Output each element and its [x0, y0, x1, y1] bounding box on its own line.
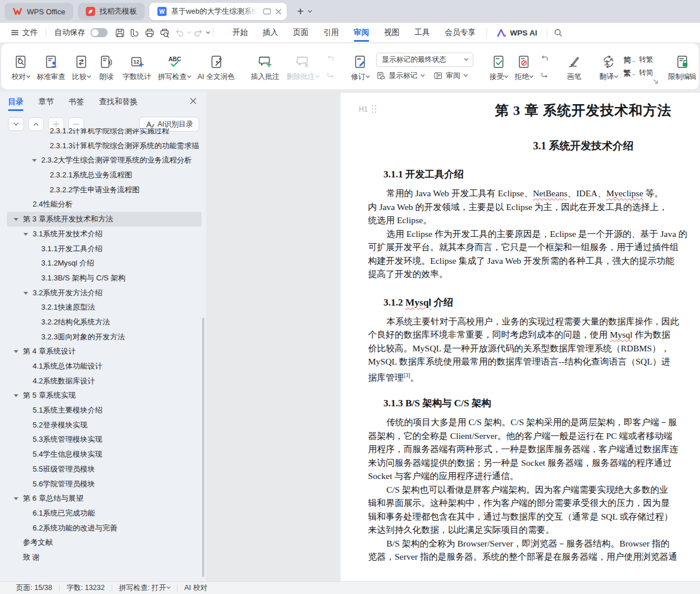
collapse-arrow-icon[interactable]	[14, 497, 18, 500]
toc-item[interactable]: 第 3 章系统开发技术和方法	[7, 212, 201, 227]
toc-item[interactable]: 5.2登录模块实现	[7, 418, 201, 433]
search-icon[interactable]	[551, 25, 565, 40]
ribbon-button-删除批注[interactable]: 删除批注	[283, 51, 322, 82]
ribbon-button-朗读[interactable]: 朗读	[94, 51, 119, 82]
menu-tab-插入[interactable]: 插入	[255, 23, 286, 42]
drag-handle-icon[interactable]	[371, 104, 377, 114]
collapse-arrow-icon[interactable]	[14, 394, 18, 397]
ribbon-button-显示标记[interactable]: 显示标记	[376, 71, 424, 81]
toc-item[interactable]: 3.1.1开发工具介绍	[7, 241, 201, 256]
spellcheck-status[interactable]: 拼写检查: 打开	[112, 583, 177, 593]
ribbon-button-校对[interactable]: 校对	[8, 51, 33, 82]
tab-list-chevron-icon[interactable]	[308, 8, 312, 12]
toc-item[interactable]: 2.4性能分析	[7, 197, 201, 212]
ribbon-button-AI 全文润色[interactable]: AI 全文润色	[194, 51, 238, 82]
close-tab-icon[interactable]	[275, 8, 282, 15]
redo-button[interactable]	[191, 25, 205, 40]
menu-tab-页面[interactable]: 页面	[286, 23, 316, 42]
wordcount-icon: 12	[129, 54, 144, 69]
toc-item[interactable]: 2.3.1.2计算机学院综合测评实施过程	[7, 128, 201, 138]
toc-item[interactable]: 2.3.2.1系统总业务流程图	[7, 168, 201, 183]
open-in-window-icon[interactable]	[263, 7, 271, 15]
menu-tab-开始[interactable]: 开始	[225, 23, 255, 42]
ribbon-button-比较[interactable]: 比较	[69, 51, 94, 82]
new-tab-button[interactable]: +	[297, 6, 304, 17]
document-page[interactable]: H1 第 3 章 系统开发技术和方法 3.1 系统开发技术介绍3.1.1 开发工…	[341, 93, 700, 581]
undo-button[interactable]	[172, 25, 187, 40]
ribbon-button-翻译[interactable]: 文A翻译	[596, 51, 621, 82]
toc-item[interactable]: 2.3.1.3计算机学院综合测评系统的功能需求描 ...	[7, 138, 201, 153]
sidebar-tab-目录[interactable]: 目录	[8, 92, 23, 112]
tab-current-document[interactable]: W 基于web的大学生综测系统设	[149, 3, 287, 20]
toc-item[interactable]: 4.2系统数据库设计	[7, 374, 201, 389]
ai-proofread-button[interactable]: AI 校对	[177, 583, 214, 593]
tab-wps-office[interactable]: WPS Office	[5, 3, 73, 20]
sidebar-tab-章节[interactable]: 章节	[38, 92, 54, 112]
toc-item[interactable]: 3.1.2Mysql 介绍	[7, 256, 201, 271]
collapse-arrow-icon[interactable]	[23, 292, 28, 295]
toc-item[interactable]: 5.1系统主要模块介绍	[7, 403, 201, 418]
toc-item[interactable]: 6.2系统功能的改进与完善	[7, 521, 201, 536]
menu-tab-引用[interactable]: 引用	[316, 23, 346, 42]
display-state-select[interactable]: 显示标记的最终状态	[376, 53, 473, 67]
toc-item[interactable]: 5.5班级管理员模块	[7, 462, 201, 477]
ribbon-button-插入批注[interactable]: 插入批注	[247, 51, 283, 82]
menu-tab-会员专享[interactable]: 会员专享	[437, 23, 483, 42]
sidebar-tab-书签[interactable]: 书签	[69, 92, 84, 112]
wps-ai-button[interactable]: WPS AI	[491, 28, 543, 38]
toc-item[interactable]: 5.6学院管理员模块	[7, 477, 201, 492]
next-change-button[interactable]	[539, 69, 550, 79]
ribbon-button-标准审查[interactable]: 标准审查	[33, 51, 69, 82]
toc-item[interactable]: 第 4 章系统设计	[7, 344, 201, 359]
collapse-arrow-icon[interactable]	[32, 159, 37, 162]
toc-item[interactable]: 参考文献	[7, 535, 201, 550]
toc-item[interactable]: 第 6 章总结与展望	[7, 491, 201, 506]
toc-item[interactable]: 6.1系统已完成功能	[7, 506, 201, 521]
ribbon-button-拒绝[interactable]: 拒绝	[511, 51, 536, 82]
toc-item[interactable]: 3.2.3面向对象的开发方法	[7, 330, 201, 344]
sidebar-tab-查找和替换[interactable]: 查找和替换	[99, 92, 138, 112]
toc-item[interactable]: 3.2.1快速原型法	[7, 300, 201, 315]
ribbon-button-字数统计[interactable]: 12字数统计	[119, 51, 155, 82]
close-sidebar-icon[interactable]	[189, 97, 197, 105]
menu-tab-视图[interactable]: 视图	[377, 23, 407, 42]
ribbon-button-审阅[interactable]: 审阅	[433, 71, 467, 81]
redo-chevron-icon[interactable]	[206, 29, 210, 33]
next-comment-button[interactable]	[325, 69, 336, 79]
menu-tab-审阅[interactable]: 审阅	[346, 23, 377, 42]
toc-item[interactable]: 第 5 章系统实现	[7, 388, 201, 403]
toc-item[interactable]: 2.3.2.2学生申请业务流程图	[7, 183, 201, 197]
ribbon-button-限制编辑[interactable]: 限制编辑	[665, 51, 699, 82]
sidebar-scrollbar[interactable]	[202, 318, 204, 577]
save-button[interactable]	[112, 25, 127, 40]
autosave-toggle[interactable]	[90, 28, 108, 37]
print-button[interactable]	[142, 25, 157, 40]
output-pdf-button[interactable]	[127, 25, 142, 40]
previous-change-button[interactable]	[539, 54, 550, 64]
autosave-control[interactable]: 自动保存	[50, 27, 112, 38]
toc-item[interactable]: 5.4学生信息模块实现	[7, 447, 201, 462]
tab-docer-templates[interactable]: 找稻壳模板	[78, 3, 145, 20]
file-menu[interactable]: 文件	[6, 27, 42, 38]
toc-item[interactable]: 4.1系统总体功能设计	[7, 359, 201, 374]
ribbon-button-修订[interactable]: 修订	[347, 51, 373, 82]
ribbon-button-画笔[interactable]: 画笔	[561, 51, 587, 82]
dialog-launcher-icon[interactable]	[653, 79, 659, 85]
collapse-arrow-icon[interactable]	[14, 350, 18, 353]
toc-item[interactable]: 3.1系统开发技术介绍	[7, 227, 201, 241]
toc-item[interactable]: 3.2.2结构化系统方法	[7, 315, 201, 330]
ribbon-button-拼写检查[interactable]: ABC拼写检查	[155, 51, 194, 82]
toc-item[interactable]: 3.1.3B/S 架构与 C/S 架构	[7, 271, 201, 286]
print-preview-button[interactable]	[157, 25, 172, 40]
ribbon-button-接受[interactable]: 接受	[486, 51, 511, 82]
ribbon-button-转繁[interactable]: 简→转繁	[623, 55, 653, 65]
previous-comment-button[interactable]	[325, 54, 336, 64]
toc-item[interactable]: 2.3.2大学生综合测评管理系统的业务流程分析	[7, 153, 201, 168]
collapse-arrow-icon[interactable]	[23, 233, 28, 236]
menu-tab-工具[interactable]: 工具	[407, 23, 437, 42]
collapse-arrow-icon[interactable]	[14, 218, 18, 221]
toc-item[interactable]: 3.2系统开发方法介绍	[7, 286, 201, 300]
ribbon-button-转简[interactable]: 繁→转简	[623, 68, 653, 78]
toc-item[interactable]: 致 谢	[7, 550, 201, 565]
toc-item[interactable]: 5.3系统管理模块实现	[7, 432, 201, 447]
